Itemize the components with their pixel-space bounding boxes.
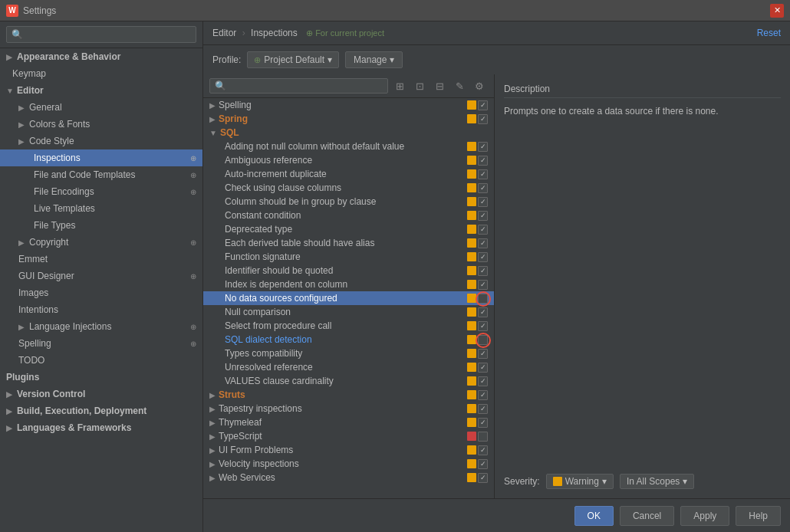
help-button[interactable]: Help bbox=[736, 506, 781, 526]
desc-spacer bbox=[504, 124, 781, 468]
sidebar-item-languages[interactable]: ▶ Languages & Frameworks bbox=[0, 419, 202, 436]
tree-item-sql-constant[interactable]: Constant condition bbox=[203, 209, 494, 222]
sidebar-item-keymap[interactable]: Keymap bbox=[0, 65, 202, 82]
sql-function-cb[interactable] bbox=[478, 252, 488, 262]
sidebar-item-version-control[interactable]: ▶ Version Control bbox=[0, 386, 202, 402]
tree-item-spring[interactable]: ▶ Spring bbox=[203, 112, 494, 126]
tree-item-sql-no-data[interactable]: No data sources configured bbox=[203, 291, 494, 305]
sidebar-item-plugins[interactable]: Plugins bbox=[0, 369, 202, 386]
sidebar-item-general[interactable]: ▶ General bbox=[0, 99, 202, 116]
reset-button[interactable]: Reset bbox=[757, 28, 781, 38]
sidebar-label-lang-inj: Language Injections bbox=[29, 321, 111, 332]
tapestry-cb[interactable] bbox=[478, 404, 488, 414]
sidebar-item-spelling[interactable]: Spelling ⊕ bbox=[0, 335, 202, 352]
tree-item-velocity[interactable]: ▶ Velocity inspections bbox=[203, 457, 494, 471]
tree-item-ui-form[interactable]: ▶ UI Form Problems bbox=[203, 443, 494, 457]
settings-button[interactable]: ⚙ bbox=[471, 77, 488, 94]
sql-null-comp-cb[interactable] bbox=[478, 307, 488, 317]
cancel-button[interactable]: Cancel bbox=[620, 506, 674, 526]
sql-identifier-cb[interactable] bbox=[478, 266, 488, 276]
tree-item-tapestry[interactable]: ▶ Tapestry inspections bbox=[203, 402, 494, 415]
profile-select[interactable]: ⊕ Project Default ▾ bbox=[247, 51, 339, 68]
sidebar-item-code-style[interactable]: ▶ Code Style bbox=[0, 133, 202, 149]
velocity-cb[interactable] bbox=[478, 459, 488, 469]
tree-item-sql-select-proc[interactable]: Select from procedure call bbox=[203, 319, 494, 333]
thymeleaf-cb[interactable] bbox=[478, 418, 488, 428]
collapse-all-button[interactable]: ⊟ bbox=[431, 77, 448, 94]
spelling-checkbox[interactable] bbox=[478, 100, 488, 110]
expand-arrow-code-style: ▶ bbox=[18, 137, 26, 146]
sql-ambiguous-cb[interactable] bbox=[478, 156, 488, 166]
close-button[interactable]: ✕ bbox=[770, 4, 784, 18]
filter-button[interactable]: ⊞ bbox=[391, 77, 408, 94]
tree-item-sql-function[interactable]: Function signature bbox=[203, 250, 494, 264]
sidebar-item-live-templates[interactable]: Live Templates bbox=[0, 200, 202, 217]
tree-item-sql-ambiguous[interactable]: Ambiguous reference bbox=[203, 153, 494, 167]
ok-button[interactable]: OK bbox=[574, 506, 614, 526]
tree-item-sql-identifier[interactable]: Identifier should be quoted bbox=[203, 264, 494, 277]
tree-item-spelling[interactable]: ▶ Spelling bbox=[203, 98, 494, 112]
tree-item-sql-index[interactable]: Index is dependent on column bbox=[203, 277, 494, 291]
sql-col-group-cb[interactable] bbox=[478, 197, 488, 207]
tree-item-sql-dialect[interactable]: SQL dialect detection bbox=[203, 333, 494, 346]
severity-select[interactable]: Warning ▾ bbox=[546, 474, 614, 489]
sidebar-item-copyright[interactable]: ▶ Copyright ⊕ bbox=[0, 234, 202, 251]
expand-all-button[interactable]: ⊡ bbox=[411, 77, 428, 94]
sidebar-item-editor[interactable]: ▼ Editor bbox=[0, 82, 202, 99]
sql-types-cb[interactable] bbox=[478, 349, 488, 359]
scope-select[interactable]: In All Scopes ▾ bbox=[620, 474, 694, 489]
struts-cb[interactable] bbox=[478, 390, 488, 400]
sql-dialect-cb[interactable] bbox=[478, 335, 488, 345]
sidebar-item-images[interactable]: Images bbox=[0, 284, 202, 301]
sidebar-item-file-types[interactable]: File Types bbox=[0, 217, 202, 234]
tree-item-sql-values[interactable]: VALUES clause cardinality bbox=[203, 374, 494, 388]
sql-auto-cb[interactable] bbox=[478, 169, 488, 179]
tree-item-sql-add-null[interactable]: Adding not null column without default v… bbox=[203, 140, 494, 153]
sidebar-item-file-encodings[interactable]: File Encodings ⊕ bbox=[0, 183, 202, 200]
sidebar-item-emmet[interactable]: Emmet bbox=[0, 251, 202, 268]
tree-search-input[interactable] bbox=[209, 78, 388, 94]
edit-button[interactable]: ✎ bbox=[451, 77, 468, 94]
sidebar-item-intentions[interactable]: Intentions bbox=[0, 301, 202, 318]
sql-index-cb[interactable] bbox=[478, 280, 488, 290]
sidebar-item-todo[interactable]: TODO bbox=[0, 352, 202, 369]
spelling-checks bbox=[467, 100, 488, 110]
manage-button[interactable]: Manage ▾ bbox=[345, 51, 403, 68]
sidebar-item-colors-fonts[interactable]: ▶ Colors & Fonts bbox=[0, 116, 202, 133]
expand-arrow-thymeleaf: ▶ bbox=[209, 419, 216, 427]
tree-item-sql-unresolved[interactable]: Unresolved reference bbox=[203, 360, 494, 374]
tree-item-thymeleaf[interactable]: ▶ Thymeleaf bbox=[203, 415, 494, 429]
tree-item-typescript[interactable]: ▶ TypeScript bbox=[203, 429, 494, 443]
sql-unresolved-cb[interactable] bbox=[478, 363, 488, 373]
tree-item-sql-types[interactable]: Types compatibility bbox=[203, 346, 494, 360]
sql-select-proc-cb[interactable] bbox=[478, 321, 488, 331]
sidebar-search-input[interactable] bbox=[6, 26, 196, 43]
sql-deprecated-cb[interactable] bbox=[478, 225, 488, 235]
sql-add-null-cb[interactable] bbox=[478, 142, 488, 152]
typescript-cb[interactable] bbox=[478, 432, 488, 442]
tree-item-sql[interactable]: ▼ SQL bbox=[203, 126, 494, 140]
apply-button[interactable]: Apply bbox=[680, 506, 729, 526]
spring-checkbox[interactable] bbox=[478, 114, 488, 124]
tree-item-sql-auto-incr[interactable]: Auto-increment duplicate bbox=[203, 167, 494, 181]
sidebar-item-file-code-templates[interactable]: File and Code Templates ⊕ bbox=[0, 166, 202, 183]
tree-item-sql-check-using[interactable]: Check using clause columns bbox=[203, 181, 494, 195]
sidebar-item-language-inj[interactable]: ▶ Language Injections ⊕ bbox=[0, 318, 202, 335]
tree-item-sql-col-group[interactable]: Column should be in group by clause bbox=[203, 195, 494, 209]
tree-item-sql-derived[interactable]: Each derived table should have alias bbox=[203, 236, 494, 250]
sql-values-cb[interactable] bbox=[478, 376, 488, 386]
tree-item-sql-deprecated[interactable]: Deprecated type bbox=[203, 222, 494, 236]
sidebar-item-inspections[interactable]: Inspections ⊕ bbox=[0, 149, 202, 166]
sql-constant-cb[interactable] bbox=[478, 211, 488, 221]
sidebar-item-build[interactable]: ▶ Build, Execution, Deployment bbox=[0, 402, 202, 419]
sidebar-item-gui-designer[interactable]: GUI Designer ⊕ bbox=[0, 268, 202, 284]
sql-derived-cb[interactable] bbox=[478, 238, 488, 248]
ui-form-cb[interactable] bbox=[478, 445, 488, 455]
tree-item-struts[interactable]: ▶ Struts bbox=[203, 388, 494, 402]
tree-item-web-services[interactable]: ▶ Web Services bbox=[203, 471, 494, 484]
sidebar-item-appearance[interactable]: ▶ Appearance & Behavior bbox=[0, 48, 202, 65]
sql-check-cb[interactable] bbox=[478, 183, 488, 193]
web-services-cb[interactable] bbox=[478, 473, 488, 483]
sql-no-data-cb[interactable] bbox=[478, 294, 488, 304]
tree-item-sql-null-comp[interactable]: Null comparison bbox=[203, 305, 494, 319]
